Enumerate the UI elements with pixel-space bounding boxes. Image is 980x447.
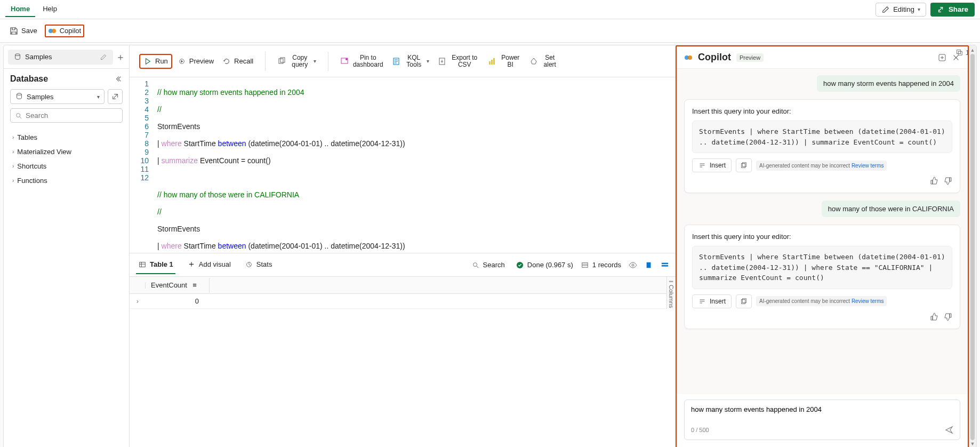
code-content[interactable]: // how many storm events happened in 200… [153, 77, 676, 253]
export-csv-button[interactable]: Export to CSV [435, 52, 483, 70]
svg-rect-16 [493, 58, 495, 65]
copilot-header: Copilot Preview [677, 46, 968, 69]
thumbs-down-icon[interactable] [944, 313, 952, 321]
chevron-right-icon: › [12, 149, 14, 155]
thumbs-up-icon[interactable] [930, 313, 938, 321]
chevron-down-icon: ▾ [427, 58, 429, 64]
svg-rect-24 [662, 262, 668, 264]
clipboard-icon[interactable] [645, 261, 653, 269]
svg-point-19 [473, 262, 477, 266]
records-label: 1 records [592, 261, 621, 269]
open-external-button[interactable] [108, 89, 123, 104]
layout-icon[interactable] [661, 261, 669, 269]
kql-icon [392, 57, 401, 66]
chevron-right-icon: › [12, 134, 14, 140]
bot-code-block: StormEvents | where StartTime between (d… [692, 121, 952, 153]
top-menu-bar: Home Help Editing ▾ Share [0, 0, 980, 19]
copy-code-button[interactable] [736, 294, 752, 308]
cell-value: 0 [146, 295, 204, 307]
scroll-down-icon[interactable]: ▼ [970, 441, 975, 446]
preview-button[interactable]: Preview [174, 55, 217, 68]
copilot-ribbon-button[interactable]: Copilot [45, 25, 84, 37]
database-search-input[interactable] [10, 108, 123, 123]
bot-hint: Insert this query into your editor: [692, 233, 952, 241]
database-tree: ›Tables ›Materialized View ›Shortcuts ›F… [4, 128, 129, 190]
tree-item-functions[interactable]: ›Functions [10, 173, 123, 188]
copilot-input-area: 0 / 500 [684, 400, 960, 440]
copy-icon [740, 297, 748, 306]
pin-label: Pin to dashboard [352, 54, 384, 68]
main-area: Samples ＋ Database Samples ▾ [3, 45, 977, 447]
menu-icon[interactable]: ≡ [190, 281, 199, 290]
insert-button[interactable]: Insert [692, 158, 732, 172]
copilot-scrollbar[interactable]: ▲ ▼ [969, 45, 976, 447]
pencil-icon[interactable] [99, 53, 108, 61]
review-terms-link[interactable]: Review terms [852, 298, 884, 304]
search-icon [471, 261, 480, 269]
alert-label: Set alert [541, 54, 558, 68]
editing-mode-button[interactable]: Editing ▾ [875, 3, 926, 17]
menu-home[interactable]: Home [5, 2, 35, 17]
kql-tools-button[interactable]: KQL Tools ▾ [389, 52, 432, 70]
review-terms-link[interactable]: Review terms [852, 163, 884, 169]
thumbs-down-icon[interactable] [944, 177, 952, 185]
tab-label: Samples [25, 53, 52, 61]
recall-button[interactable]: Recall [219, 55, 256, 68]
char-counter: 0 / 500 [691, 427, 709, 433]
search-row [4, 108, 129, 128]
preview-badge: Preview [736, 53, 764, 62]
new-chat-icon[interactable] [938, 53, 946, 62]
collapse-panel-icon[interactable] [114, 75, 123, 83]
pin-dashboard-button[interactable]: Pin to dashboard [337, 52, 387, 70]
add-tab-button[interactable]: ＋ [116, 53, 125, 61]
recall-icon [222, 57, 231, 66]
save-label: Save [21, 27, 37, 35]
chevron-down-icon: ▾ [918, 6, 920, 12]
table-row[interactable]: › 0 [130, 294, 676, 309]
svg-point-1 [52, 29, 56, 33]
copilot-input[interactable] [691, 405, 953, 416]
preview-icon [178, 57, 186, 66]
database-dropdown[interactable]: Samples ▾ [10, 89, 105, 104]
stats-tab[interactable]: Stats [243, 256, 275, 274]
copy-query-button[interactable]: Copy query ▾ [274, 52, 319, 70]
code-editor[interactable]: 123456789101112 // how many storm events… [130, 77, 676, 253]
copy-code-button[interactable] [736, 158, 752, 172]
pin-icon [340, 57, 349, 66]
set-alert-button[interactable]: Set alert [526, 52, 561, 70]
results-tab-table[interactable]: Table 1 [136, 256, 175, 274]
expand-row-button[interactable]: › [130, 295, 146, 307]
bot-hint: Insert this query into your editor: [692, 107, 952, 115]
thumbs-up-icon[interactable] [930, 177, 938, 185]
add-visual-button[interactable]: ＋ Add visual [185, 254, 233, 275]
tab-samples[interactable]: Samples [8, 50, 113, 65]
columns-strip[interactable]: ⦀ Columns [666, 277, 676, 309]
copy-stack-icon [955, 48, 963, 57]
results-search-button[interactable]: Search [468, 259, 508, 272]
powerbi-icon [488, 57, 496, 66]
scroll-thumb[interactable] [970, 54, 975, 440]
page-indicator: 1 [955, 48, 969, 57]
menu-help[interactable]: Help [37, 2, 62, 17]
share-button[interactable]: Share [930, 3, 975, 17]
bot-code-block: StormEvents | where StartTime between (d… [692, 246, 952, 289]
column-header-eventcount[interactable]: EventCount ≡ [146, 278, 210, 293]
svg-rect-15 [491, 60, 493, 65]
recall-label: Recall [234, 57, 253, 65]
svg-rect-8 [279, 59, 283, 63]
tree-item-tables[interactable]: ›Tables [10, 130, 123, 145]
stats-label: Stats [256, 260, 272, 268]
query-toolbar: Run Preview Recall Copy query ▾ [130, 45, 676, 77]
power-bi-button[interactable]: Power BI [485, 52, 524, 70]
send-icon[interactable] [945, 426, 953, 434]
svg-point-11 [346, 58, 348, 60]
save-button[interactable]: Save [5, 25, 42, 37]
scroll-up-icon[interactable]: ▲ [970, 47, 975, 53]
insert-button[interactable]: Insert [692, 294, 732, 308]
share-icon [937, 5, 945, 14]
run-button[interactable]: Run [139, 54, 172, 69]
feedback-row [692, 177, 952, 185]
tree-item-shortcuts[interactable]: ›Shortcuts [10, 159, 123, 173]
eye-icon[interactable] [629, 261, 637, 269]
tree-item-matview[interactable]: ›Materialized View [10, 145, 123, 159]
